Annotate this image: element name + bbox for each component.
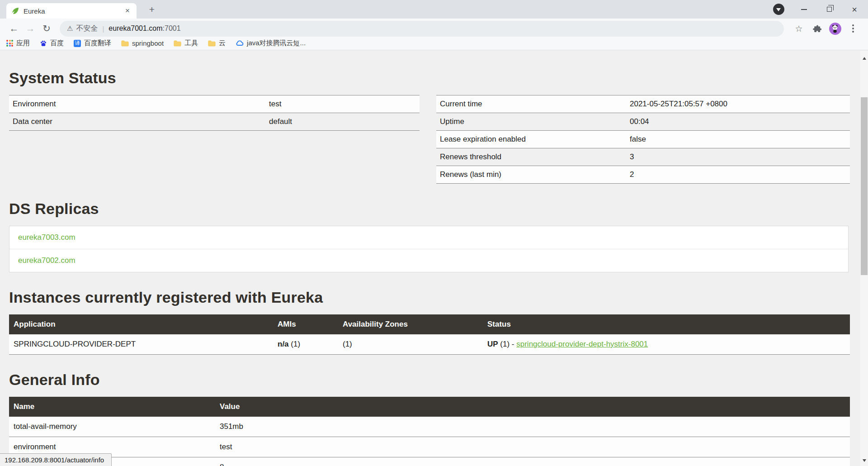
folder-icon [174,40,181,47]
row-value: 8 [215,457,850,466]
row-value: 351mb [215,417,850,437]
bookmark-label: 应用 [16,39,30,48]
bookmark-folder-tools[interactable]: 工具 [174,39,198,48]
link-target-status-bubble: 192.168.209.8:8001/actuator/info [0,453,112,466]
column-header: Application [9,314,273,334]
instances-table: Application AMIs Availability Zones Stat… [9,314,850,355]
apps-grid-icon [6,40,13,47]
table-header-row: Name Value [9,397,850,417]
row-value: 2021-05-25T21:05:57 +0800 [626,95,850,113]
row-value: false [626,131,850,148]
browser-tab-eureka[interactable]: Eureka × [6,3,137,19]
column-header: Availability Zones [338,314,483,334]
not-secure-warning-icon[interactable]: ⚠ [67,24,73,33]
tab-title: Eureka [24,7,123,15]
scrollbar-thumb[interactable] [861,97,868,275]
table-row: Renews (last min) 2 [436,166,850,184]
replica-link-eureka7003[interactable]: eureka7003.com [18,233,75,242]
omnibox-separator: | [102,25,104,33]
system-status-env-table: Environment test Data center default [9,95,420,131]
bookmarks-bar: 应用 百度 译 百度翻译 springboot 工具 云 java对接腾讯云短.… [0,38,868,50]
general-info-heading: General Info [9,371,850,389]
scrollbar-up-icon[interactable] [860,54,868,62]
table-row: Current time 2021-05-25T21:05:57 +0800 [436,95,850,113]
minimize-button[interactable] [791,0,816,19]
back-icon[interactable]: ← [7,22,21,35]
bookmark-label: 百度翻译 [84,39,111,48]
not-secure-label: 不安全 [76,24,98,33]
bookmark-label: 百度 [50,39,64,48]
replica-link-eureka7002[interactable]: eureka7002.com [18,256,75,265]
system-status-runtime-table: Current time 2021-05-25T21:05:57 +0800 U… [436,95,850,184]
row-value: test [265,95,420,113]
zones-cell: (1) [338,334,483,355]
browser-menu-kebab-icon[interactable] [845,21,861,36]
bookmark-label: java对接腾讯云短... [247,39,306,48]
row-label: total-avail-memory [9,417,215,437]
folder-icon [208,40,216,47]
bookmark-baidu[interactable]: 百度 [40,39,64,48]
amis-cell: n/a (1) [273,334,338,355]
cloud-icon [236,40,244,46]
row-value: 2 [626,166,850,184]
spring-leaf-favicon [12,7,19,14]
window-controls: × [766,0,867,19]
row-label: Environment [9,95,265,113]
bookmark-star-icon[interactable]: ☆ [791,21,807,36]
row-value: 3 [626,148,850,166]
table-header-row: Application AMIs Availability Zones Stat… [9,314,850,334]
system-status-heading: System Status [9,69,850,87]
tab-close-icon[interactable]: × [123,6,132,15]
column-header: Value [215,397,850,417]
browser-update-icon[interactable] [766,0,791,19]
bookmark-folder-springboot[interactable]: springboot [121,39,164,47]
ds-replicas-heading: DS Replicas [9,200,850,218]
eureka-dashboard-page: System Status Environment test Data cent… [0,50,868,466]
extensions-puzzle-icon[interactable] [809,21,825,36]
forward-icon[interactable]: → [24,22,37,35]
restore-button[interactable] [816,0,842,19]
url-port[interactable]: :7001 [163,24,181,33]
status-cell: UP (1) - springcloud-provider-dept-hystr… [483,334,850,355]
url-host[interactable]: eureka7001.com [108,24,162,33]
page-scrollbar[interactable] [860,51,868,466]
table-row: num-of-cpus 8 [9,457,850,466]
instance-link[interactable]: springcloud-provider-dept-hystrix-8001 [516,340,648,348]
row-label: Current time [436,95,626,113]
translate-icon: 译 [74,40,81,47]
row-label: Uptime [436,113,626,131]
panda-avatar-icon [829,23,841,35]
table-row: Environment test [9,95,420,113]
row-label: Renews (last min) [436,166,626,184]
instances-heading: Instances currently registered with Eure… [9,289,850,306]
application-cell: SPRINGCLOUD-PROVIDER-DEPT [9,334,273,355]
table-row: Uptime 00:04 [436,113,850,131]
new-tab-button[interactable]: + [146,4,158,16]
table-row: Lease expiration enabled false [436,131,850,148]
bookmark-baidu-translate[interactable]: 译 百度翻译 [74,39,111,48]
reload-icon[interactable]: ↻ [40,22,53,35]
table-row: Renews threshold 3 [436,148,850,166]
bookmark-apps[interactable]: 应用 [6,39,30,48]
bookmark-tencent-cloud[interactable]: java对接腾讯云短... [236,39,306,48]
column-header: Name [9,397,215,417]
row-label: Data center [9,113,265,131]
bookmark-label: 云 [219,39,226,48]
table-row: Data center default [9,113,420,131]
scrollbar-down-icon[interactable] [860,456,868,464]
list-item: eureka7002.com [9,249,848,272]
column-header: Status [483,314,850,334]
baidu-paw-icon [40,40,47,47]
bookmark-label: 工具 [184,39,198,48]
ds-replicas-panel: eureka7003.com eureka7002.com [9,226,849,272]
profile-avatar[interactable] [827,21,843,36]
close-button[interactable]: × [842,0,867,19]
address-bar[interactable]: ⚠ 不安全 | eureka7001.com :7001 [60,21,784,37]
table-row: SPRINGCLOUD-PROVIDER-DEPT n/a (1) (1) UP… [9,334,850,355]
row-value: default [265,113,420,131]
row-label: Lease expiration enabled [436,131,626,148]
row-label: Renews threshold [436,148,626,166]
bookmark-folder-cloud[interactable]: 云 [208,39,226,48]
row-value: test [215,437,850,457]
list-item: eureka7003.com [9,226,848,249]
